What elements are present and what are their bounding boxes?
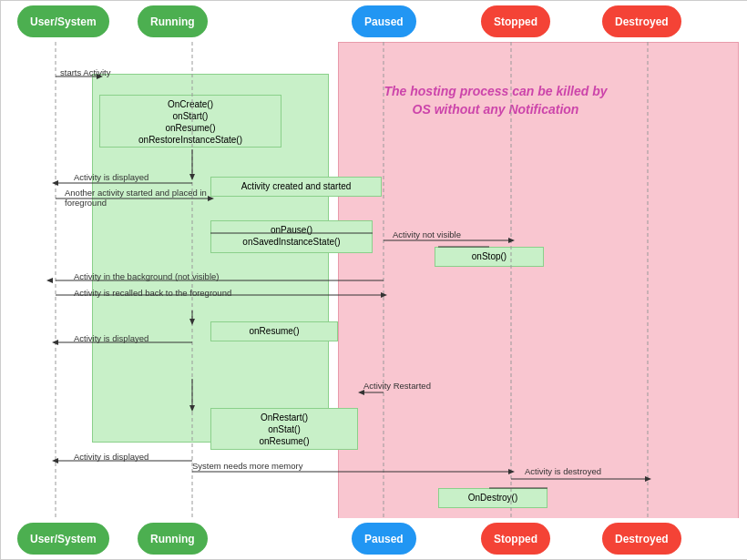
diagram-area: The hosting process can be killed by OS …	[1, 42, 747, 520]
box-activity-created: Activity created and started	[210, 177, 382, 197]
box-onrestart: OnRestart()onStat()onResume()	[210, 408, 358, 450]
state-user-system-bottom: User/System	[17, 523, 109, 555]
box-oncreate: OnCreate()onStart()onResume()onRestoreIn…	[99, 95, 281, 148]
svg-marker-18	[46, 278, 53, 283]
box-onpause: onPause()onSavedInstanceState()	[210, 220, 373, 253]
bottom-bar: User/System Running Paused Stopped Destr…	[1, 518, 747, 559]
svg-marker-30	[52, 458, 58, 463]
state-stopped-top: Stopped	[481, 5, 550, 37]
annotation-activity-destroyed: Activity is destroyed	[525, 466, 601, 476]
annotation-activity-displayed1: Activity is displayed	[74, 172, 148, 182]
top-bar: User/System Running Paused Stopped Destr…	[1, 1, 747, 42]
annotation-background: Activity in the background (not visible)	[74, 271, 219, 281]
box-onresume: onResume()	[210, 321, 338, 341]
annotation-activity-displayed3: Activity is displayed	[74, 452, 148, 462]
diagram-container: User/System Running Paused Stopped Destr…	[0, 0, 747, 560]
annotation-starts-activity: starts Activity	[60, 67, 110, 77]
state-stopped-bottom: Stopped	[481, 523, 550, 555]
box-ondestroy: OnDestroy()	[438, 488, 547, 508]
annotation-not-visible: Activity not visible	[393, 229, 461, 239]
state-destroyed-top: Destroyed	[602, 5, 681, 37]
box-onstop: onStop()	[435, 247, 544, 267]
hosting-process-text: The hosting process can be killed by OS …	[345, 83, 646, 118]
state-destroyed-bottom: Destroyed	[602, 523, 681, 555]
annotation-activity-displayed2: Activity is displayed	[74, 333, 148, 343]
annotation-recalled: Activity is recalled back to the foregro…	[74, 288, 231, 298]
annotation-activity-restarted: Activity Restarted	[363, 381, 431, 391]
annotation-another-activity: Another activity started and placed info…	[65, 188, 207, 209]
state-paused-bottom: Paused	[352, 523, 416, 555]
svg-marker-10	[52, 180, 58, 186]
state-running-bottom: Running	[138, 523, 208, 555]
state-user-system-top: User/System	[17, 5, 109, 37]
annotation-system-memory: System needs more memory	[192, 461, 302, 471]
state-running-top: Running	[138, 5, 208, 37]
svg-marker-24	[52, 340, 58, 345]
state-paused-top: Paused	[352, 5, 416, 37]
